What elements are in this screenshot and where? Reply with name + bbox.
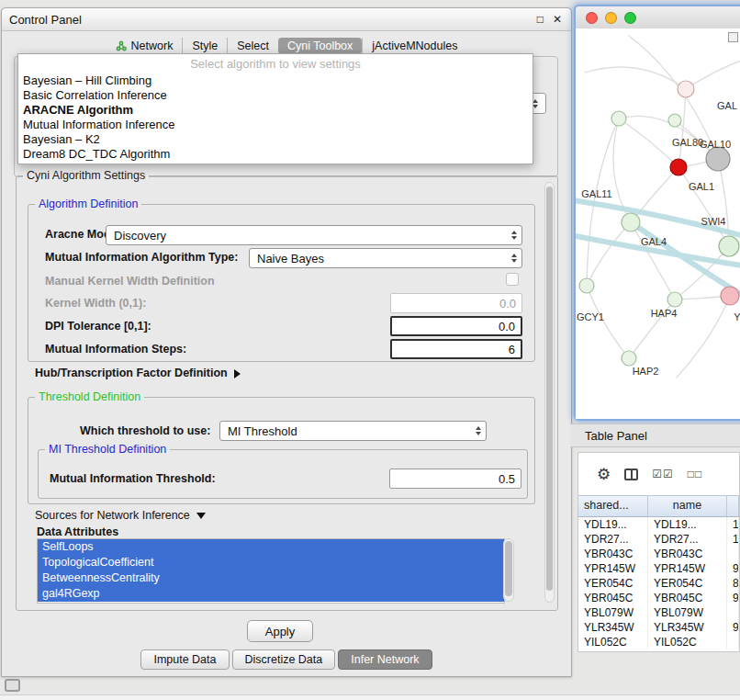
table-row[interactable]: YLR345WYLR345W9.: [578, 620, 739, 635]
gear-icon[interactable]: ⚙: [597, 465, 611, 484]
settings-scrollbar[interactable]: [544, 182, 555, 603]
tab-select[interactable]: Select: [227, 38, 278, 54]
table-cell[interactable]: YDL19...: [578, 517, 648, 532]
table-cell[interactable]: YBR043C: [578, 547, 648, 561]
table-cell[interactable]: 8.: [727, 576, 739, 591]
network-node[interactable]: [678, 81, 694, 97]
table-cell[interactable]: YDL19...: [648, 517, 727, 532]
float-window-icon[interactable]: □: [537, 13, 544, 26]
column-header-name[interactable]: name: [648, 496, 727, 516]
column-header-clipped[interactable]: [727, 496, 739, 516]
table-cell[interactable]: 9.: [727, 591, 739, 605]
table-cell[interactable]: YBR043C: [648, 547, 727, 561]
table-row[interactable]: YBL079WYBL079W: [578, 605, 739, 620]
algorithm-option[interactable]: Bayesian – Hill Climbing: [18, 73, 533, 88]
minimize-traffic-icon[interactable]: [605, 12, 617, 24]
table-cell[interactable]: YLR345W: [648, 620, 727, 635]
table-cell[interactable]: 13: [727, 517, 739, 532]
control-panel-titlebar[interactable]: Control Panel □ ✕: [2, 8, 571, 31]
table-cell[interactable]: YDR27...: [648, 532, 727, 547]
manual-kernel-checkbox[interactable]: [506, 273, 519, 286]
deselect-all-columns-icon[interactable]: □□: [688, 468, 703, 480]
mi-type-combobox[interactable]: Naive Bayes: [249, 248, 522, 268]
table-cell[interactable]: YER054C: [648, 576, 727, 591]
network-node[interactable]: [622, 351, 636, 366]
columns-icon[interactable]: [624, 469, 638, 480]
table-row[interactable]: YDL19...YDL19...13: [578, 517, 739, 532]
table-cell[interactable]: YIL052C: [578, 635, 648, 649]
table-cell[interactable]: YBR045C: [578, 591, 648, 605]
table-cell[interactable]: YER054C: [578, 576, 648, 591]
algorithm-option[interactable]: Mutual Information Inference: [18, 118, 533, 132]
network-node[interactable]: [668, 114, 681, 127]
panel-restore-icon[interactable]: [5, 679, 20, 692]
which-threshold-combobox[interactable]: MI Threshold: [219, 421, 487, 441]
kernel-width-field[interactable]: 0.0: [390, 293, 522, 313]
table-cell[interactable]: YDR27...: [578, 532, 648, 547]
algorithm-definition-group: Algorithm Definition Aracne Mode: Discov…: [28, 204, 535, 362]
settings-scrollbar-thumb[interactable]: [546, 186, 553, 591]
table-row[interactable]: YPR145WYPR145W9.: [578, 561, 739, 576]
attribute-list-item[interactable]: SelfLoops: [38, 539, 504, 555]
hub-section-toggle[interactable]: Hub/Transcription Factor Definition: [35, 367, 241, 379]
network-canvas[interactable]: GALGAL80GAL10GAL11GAL1SWI4GAL4GCY1HAP4HA…: [576, 28, 740, 419]
close-icon[interactable]: ✕: [553, 13, 562, 26]
table-cell[interactable]: YBR045C: [648, 591, 727, 605]
network-node[interactable]: [622, 213, 640, 231]
table-row[interactable]: YIL052CYIL052C: [578, 635, 739, 649]
network-window-titlebar[interactable]: [576, 6, 740, 29]
tab-cyni-toolbox[interactable]: Cyni Toolbox: [278, 38, 362, 54]
aracne-mode-combobox[interactable]: Discovery: [106, 225, 522, 245]
apply-button[interactable]: Apply: [247, 620, 313, 642]
table-panel-titlebar[interactable]: Table Panel: [570, 423, 740, 447]
table-cell[interactable]: [727, 635, 739, 649]
select-all-columns-icon[interactable]: ☑☑: [652, 468, 674, 480]
mi-threshold-field[interactable]: 0.5: [389, 469, 521, 489]
table-cell[interactable]: YPR145W: [648, 561, 727, 576]
tab-style[interactable]: Style: [182, 38, 227, 54]
attribute-list-item[interactable]: BetweennessCentrality: [38, 570, 504, 586]
algorithm-option[interactable]: Basic Correlation Inference: [18, 88, 533, 103]
table-row[interactable]: YDR27...YDR27...12: [578, 532, 739, 547]
network-node[interactable]: [667, 292, 682, 307]
sources-section-toggle[interactable]: Sources for Network Inference: [35, 509, 206, 522]
table-cell[interactable]: 12: [727, 532, 739, 547]
dpi-tolerance-field[interactable]: 0.0: [390, 316, 522, 336]
table-cell[interactable]: YBL079W: [578, 605, 648, 620]
table-cell[interactable]: YIL052C: [648, 635, 727, 649]
network-node[interactable]: [706, 147, 730, 171]
network-node[interactable]: [611, 111, 626, 126]
attributes-scrollbar[interactable]: [503, 538, 514, 602]
tab-impute-data[interactable]: Impute Data: [140, 649, 229, 670]
network-node[interactable]: [670, 159, 687, 175]
data-attributes-list[interactable]: SelfLoopsTopologicalCoefficientBetweenne…: [37, 538, 505, 604]
table-cell[interactable]: 9.: [727, 620, 739, 635]
mi-steps-field[interactable]: 6: [390, 339, 522, 359]
table-row[interactable]: YER054CYER054C8.: [578, 576, 739, 591]
tab-infer-network[interactable]: Infer Network: [338, 649, 432, 670]
column-header-shared-name[interactable]: shared...: [578, 496, 648, 516]
network-node[interactable]: [721, 287, 739, 305]
table-cell[interactable]: YBL079W: [648, 605, 727, 620]
table-cell[interactable]: [727, 605, 739, 620]
network-node[interactable]: [719, 236, 739, 256]
tab-discretize-data[interactable]: Discretize Data: [232, 649, 336, 670]
zoom-traffic-icon[interactable]: [624, 12, 636, 24]
algorithm-option[interactable]: Bayesian – K2: [18, 132, 533, 147]
table-row[interactable]: YBR043CYBR043C: [578, 547, 739, 561]
attributes-scrollbar-thumb[interactable]: [505, 541, 512, 596]
table-cell[interactable]: YLR345W: [578, 620, 648, 635]
table-cell[interactable]: YPR145W: [578, 561, 648, 576]
canvas-corner-box: [728, 32, 738, 42]
network-node[interactable]: [579, 278, 594, 293]
attribute-list-item[interactable]: gal4RGexp: [38, 586, 504, 602]
table-cell[interactable]: [727, 547, 739, 561]
attribute-list-item[interactable]: TopologicalCoefficient: [38, 555, 504, 570]
algorithm-option[interactable]: ARACNE Algorithm: [18, 103, 533, 118]
algorithm-option[interactable]: Dream8 DC_TDC Algorithm: [18, 147, 533, 162]
table-row[interactable]: YBR045CYBR045C9.: [578, 591, 739, 605]
tab-network[interactable]: Network: [107, 38, 183, 54]
tab-jactivemodules[interactable]: jActiveMNodules: [362, 38, 466, 54]
close-traffic-icon[interactable]: [586, 12, 598, 24]
table-cell[interactable]: 9.: [727, 561, 739, 576]
